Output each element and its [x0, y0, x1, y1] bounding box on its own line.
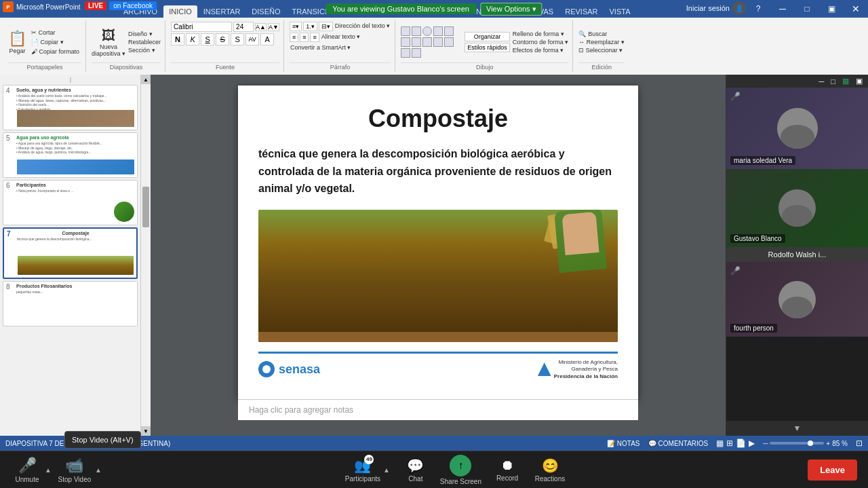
on-facebook-label: on Facebook: [109, 1, 157, 10]
notes-area[interactable]: Haga clic para agregar notas: [238, 399, 638, 420]
close-button[interactable]: ✕: [844, 0, 868, 18]
video-panel: ─ □ ▦ ▣ 🎤 maria soledad Vera Gustavo Bla…: [726, 75, 868, 436]
organizar-button[interactable]: Organizar: [465, 32, 510, 41]
estilos-rapidos-button[interactable]: Estilos rápidos: [465, 43, 510, 52]
numbering-button[interactable]: 1.▾: [303, 22, 317, 31]
diapositivas-label: Diapositivas: [92, 62, 161, 71]
slide-panel: 4 Suelo, agua y nutrientes • Análisis de…: [0, 75, 141, 436]
video-divider-waiting: Rodolfo Walsh i...: [726, 247, 868, 262]
spacing-button[interactable]: AV: [245, 33, 259, 45]
design-button[interactable]: Diseño ▾: [128, 31, 161, 37]
align-left-button[interactable]: ≡: [290, 33, 298, 42]
slide-number-6: 6: [3, 181, 14, 225]
bullets-button[interactable]: ≡▾: [290, 22, 302, 31]
efectos-forma-label: Efectos de forma ▾: [513, 47, 569, 54]
restore-button[interactable]: Restablecer: [128, 39, 161, 45]
maximize-button[interactable]: ▣: [819, 0, 844, 18]
align-center-button[interactable]: ≡: [300, 33, 309, 42]
leave-button[interactable]: Leave: [808, 459, 857, 481]
chat-button[interactable]: 💬 Chat: [402, 457, 429, 483]
font-family-input[interactable]: [171, 22, 232, 32]
slide-number-5: 5: [3, 133, 14, 177]
tab-diseno[interactable]: DISEÑO: [246, 5, 285, 18]
person-name-3: fourth person: [730, 324, 777, 333]
tab-vista[interactable]: VISTA: [604, 5, 636, 18]
view-controls: ▦ ⊞ 📄 ▶: [716, 438, 755, 448]
copy-format-button[interactable]: 🖌 Copiar formato: [29, 48, 81, 56]
notes-toggle-button[interactable]: 📝NOTAS: [607, 440, 640, 447]
ribbon-group-diapositivas: 🖼 Nueva diapositiva ▾ Diseño ▾ Restablec…: [87, 20, 165, 72]
video-panel-close-button[interactable]: ▣: [853, 76, 865, 86]
tab-insertar[interactable]: INSERTAR: [198, 5, 246, 18]
slide-thumb-5[interactable]: 5 Agua para uso agrícola • Agua para uso…: [3, 132, 138, 178]
scroll-down-button[interactable]: ▼: [141, 426, 151, 436]
scroll-thumb[interactable]: [142, 187, 149, 227]
slide-title: Compostaje: [258, 105, 618, 133]
slide-thumb-6[interactable]: 6 Participantes • Nota previa: Incorpora…: [3, 180, 138, 225]
reactions-button[interactable]: 😊 Reactions: [533, 457, 567, 483]
share-screen-button[interactable]: ↑ Share Screen: [440, 455, 481, 485]
ribbon-group-portapapeles: 📋 Pegar ✂ Cortar 📄 Copiar ▾ 🖌 Copiar for…: [4, 20, 86, 72]
zoom-out-button[interactable]: ─: [763, 440, 768, 447]
slideshow-button[interactable]: ▶: [749, 438, 755, 448]
unmute-arrow-button[interactable]: ▲: [43, 466, 53, 474]
ministry-logo: Ministerio de Agricultura, Ganadería y P…: [538, 359, 618, 380]
normal-view-button[interactable]: ▦: [716, 438, 724, 448]
font-color-button[interactable]: A: [260, 33, 274, 45]
slide-frame: Compostaje técnica que genera la descomp…: [238, 86, 638, 399]
slide-thumb-8[interactable]: 8 Productos Fitosanitarios pequeñas nota…: [3, 281, 138, 326]
bold-button[interactable]: N: [171, 33, 184, 45]
record-button[interactable]: ⏺ Record: [492, 457, 522, 482]
slide-body-text: técnica que genera la descomposición bio…: [258, 145, 618, 198]
video-panel-minimize-button[interactable]: ─: [816, 77, 827, 86]
cut-button[interactable]: ✂ Cortar: [29, 29, 81, 37]
slide-thumb-7[interactable]: 7 Compostaje técnica que genera la desco…: [3, 227, 138, 279]
participants-arrow-button[interactable]: ▲: [382, 466, 391, 474]
senasa-logo-text: senasa: [279, 362, 320, 377]
participants-button[interactable]: 👥 49 Participants: [344, 457, 382, 483]
slide-sorter-button[interactable]: ⊞: [726, 438, 733, 448]
font-size-decrease-button[interactable]: A▼: [268, 23, 279, 31]
scroll-up-button[interactable]: ▲: [141, 75, 151, 84]
participants-count-badge: 49: [364, 455, 374, 464]
video-panel-restore-button[interactable]: □: [828, 77, 838, 86]
ribbon-group-fuente: A▲ A▼ N K S S S AV A Fuente: [167, 20, 284, 72]
copy-button[interactable]: 📄 Copiar ▾: [29, 38, 81, 46]
fit-window-button[interactable]: ⊡: [856, 438, 863, 448]
new-slide-button[interactable]: 🖼 Nueva diapositiva ▾: [92, 28, 125, 57]
slide-thumb-4[interactable]: 4 Suelo, agua y nutrientes • Análisis de…: [3, 85, 138, 130]
seleccionar-button[interactable]: ⊡ Seleccionar ▾: [578, 47, 625, 54]
contorno-forma-label: Contorno de forma ▾: [513, 39, 569, 45]
reading-view-button[interactable]: 📄: [736, 438, 746, 448]
view-options-button[interactable]: View Options ▾: [480, 3, 542, 16]
restore-button[interactable]: □: [795, 0, 819, 18]
font-size-input[interactable]: [233, 22, 254, 32]
stop-video-button[interactable]: 📹 Stop Video: [56, 457, 94, 483]
shadow-button[interactable]: S: [231, 33, 244, 45]
video-scroll-down[interactable]: ▼: [726, 421, 868, 436]
tab-inicio[interactable]: INICIO: [163, 5, 197, 18]
slide-number-8: 8: [3, 282, 14, 326]
reemplazar-button[interactable]: ↔ Reemplazar ▾: [578, 39, 625, 45]
stop-video-arrow-button[interactable]: ▲: [94, 466, 103, 474]
align-right-button[interactable]: ≡: [310, 33, 319, 42]
help-button[interactable]: ?: [746, 0, 770, 18]
columns-button[interactable]: ⊟▾: [319, 22, 333, 31]
strikethrough-button[interactable]: S: [216, 33, 229, 45]
paste-button[interactable]: 📋 Pegar: [8, 30, 26, 54]
unmute-button[interactable]: 🎤 Unmute: [11, 457, 43, 483]
underline-button[interactable]: S: [201, 33, 214, 45]
compost-image: [258, 210, 618, 342]
minimize-button[interactable]: ─: [770, 0, 795, 18]
section-button[interactable]: Sección ▾: [128, 47, 161, 54]
italic-button[interactable]: K: [186, 33, 199, 45]
video-panel-grid-button[interactable]: ▦: [840, 76, 852, 86]
live-badge: LIVE: [85, 1, 106, 10]
buscar-button[interactable]: 🔍Buscar: [578, 31, 625, 37]
font-size-increase-button[interactable]: A▲: [255, 23, 267, 31]
zoom-in-button[interactable]: +: [826, 440, 830, 447]
person-name-2: Gustavo Blanco: [730, 234, 785, 243]
tab-revisar[interactable]: REVISAR: [559, 5, 603, 18]
comments-toggle-button[interactable]: 💬COMENTARIOS: [648, 440, 709, 447]
slide-number-7: 7: [4, 229, 15, 278]
